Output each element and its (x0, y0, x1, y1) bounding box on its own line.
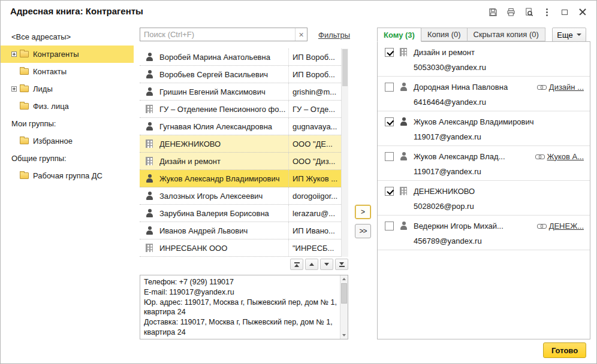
sidebar-item-label: <Все адресаты> (11, 32, 71, 41)
details-line: Юр. адрес: 119017, Москва г, Пыжевский п… (144, 298, 337, 318)
triangle-down-icon (339, 262, 344, 265)
contact-row[interactable]: Иванов Андрей ЛьвовичИП Ивано... (140, 222, 341, 239)
contact-row[interactable]: ИНРЕСБАНК ООО"ИНРЕСБ... (140, 239, 341, 257)
scrollbar-thumb[interactable] (342, 49, 348, 86)
contact-name: Гришин Евгений Максимович (159, 87, 288, 96)
details-scrollbar[interactable] (340, 275, 348, 339)
expand-icon[interactable] (11, 51, 17, 57)
recipient-row[interactable]: Ведеркин Игорь Михай...ДЕНЕЖ...456789@ya… (378, 216, 590, 250)
menu-button[interactable] (541, 7, 552, 17)
contact-info: ИП Вороб... (288, 48, 341, 65)
print-icon (506, 8, 515, 17)
linked-contact-link[interactable]: Дизайн ... (549, 83, 584, 92)
folder-icon (20, 86, 29, 92)
window-controls (487, 7, 588, 17)
recipient-row[interactable]: Жуков Александр Владимирович119017@yande… (378, 111, 590, 146)
filters-link[interactable]: Фильтры (318, 31, 350, 40)
checkbox[interactable] (385, 187, 394, 196)
recipient-tabs: Кому (3)Копия (0)Скрытая копия (0) (377, 28, 545, 42)
recipient-row[interactable]: ДЕНЕЖНИКОВО5028026@pop.ru (378, 181, 590, 216)
sidebar-item[interactable]: Избранное (1, 132, 134, 150)
find-icon (524, 8, 533, 17)
close-button[interactable] (577, 7, 588, 17)
linked-contact-link[interactable]: ДЕНЕЖ... (549, 222, 584, 230)
contact-info: ООО "Диз... (288, 153, 341, 169)
search-input[interactable] (140, 30, 295, 39)
title-bar: Адресная книга: Контрагенты (1, 1, 596, 23)
maximize-button[interactable] (559, 7, 570, 17)
checkbox[interactable] (385, 83, 394, 92)
contact-row[interactable]: Залозных Игорь Алексеевичdorogoiigor... (140, 187, 341, 205)
find-button[interactable] (523, 7, 534, 17)
recipient-row[interactable]: Дизайн и ремонт5053030@yandex.ru (378, 42, 590, 77)
address-book-window: Адресная книга: Контрагенты <Все адресат… (0, 0, 597, 364)
recipient-name: Жуков Александр Владимирович (414, 117, 534, 126)
folder-icon (20, 172, 29, 179)
sidebar-item[interactable]: Лиды (1, 80, 134, 98)
contact-row[interactable]: Гришин Евгений Максимовичgrishin@m... (140, 83, 341, 101)
more-button[interactable]: Еще (552, 28, 586, 42)
checkbox[interactable] (385, 117, 394, 126)
building-icon (399, 48, 408, 56)
sidebar-tree: <Все адресаты>КонтрагентыКонтактыЛидыФиз… (1, 28, 138, 184)
contact-row[interactable]: Жуков Александр ВладимировичИП Жуков ... (140, 170, 341, 187)
contact-list-scrollbar[interactable] (341, 48, 348, 257)
sidebar-item-label: Лиды (33, 84, 53, 93)
sidebar-item[interactable]: Физ. лица (1, 98, 134, 115)
contact-row[interactable]: ДЕНЕЖНИКОВОООО "ДЕ... (140, 135, 341, 153)
done-button[interactable]: Готово (543, 342, 586, 358)
recipient-row-line1: Ведеркин Игорь Михай...ДЕНЕЖ... (385, 220, 584, 231)
print-button[interactable] (505, 7, 516, 17)
checkbox[interactable] (385, 222, 394, 230)
clear-search-button[interactable]: × (295, 28, 307, 41)
add-selected-button[interactable]: > (355, 205, 371, 219)
recipient-email: 5053030@yandex.ru (414, 63, 584, 72)
move-down-button[interactable] (320, 259, 333, 270)
sidebar-item[interactable]: Рабочая группа ДС (1, 167, 134, 184)
expand-icon[interactable] (11, 86, 17, 92)
contact-list: Воробей Марина АнатольевнаИП Вороб...Вор… (140, 48, 341, 257)
recipient-row[interactable]: Жуков Александр Влад...Жуков А...119017@… (378, 146, 590, 181)
sidebar-item[interactable]: Контакты (1, 63, 134, 80)
recipient-row[interactable]: Дородная Нина ПавловнаДизайн ...6416464@… (378, 77, 590, 111)
sidebar-item[interactable]: Общие группы: (1, 150, 134, 167)
contact-person-icon (399, 83, 408, 91)
close-icon (579, 8, 586, 16)
contact-name: Залозных Игорь Алексеевич (159, 192, 288, 201)
scrollbar-thumb[interactable] (341, 283, 347, 304)
recipient-row-line1: Жуков Александр Владимирович (385, 116, 584, 127)
contact-row[interactable]: Воробей Марина АнатольевнаИП Вороб... (140, 48, 341, 66)
person-icon (145, 209, 154, 217)
contact-row[interactable]: ГУ – Отделение Пенсионного фо...ГУ – Отд… (140, 101, 341, 118)
tab-1[interactable]: Копия (0) (421, 28, 468, 41)
tab-2[interactable]: Скрытая копия (0) (467, 28, 545, 41)
add-all-button[interactable]: >> (355, 224, 371, 238)
sidebar-item[interactable]: Контрагенты (1, 46, 134, 63)
sidebar-item[interactable]: <Все адресаты> (1, 28, 134, 46)
contact-row[interactable]: Дизайн и ремонтООО "Диз... (140, 153, 341, 170)
checkbox[interactable] (385, 48, 394, 57)
search-box: × (140, 28, 307, 41)
contact-row[interactable]: Гугнавая Юлия Александровнаgugnavaya... (140, 118, 341, 135)
triangle-up-icon (294, 264, 299, 267)
person-icon (145, 226, 154, 235)
recipient-email: 6416464@yandex.ru (414, 98, 584, 107)
move-bottom-button[interactable] (335, 259, 348, 270)
person-icon (145, 122, 154, 131)
recipient-row-line1: Дородная Нина ПавловнаДизайн ... (385, 81, 584, 92)
save-icon (489, 8, 498, 17)
linked-contact-link[interactable]: Жуков А... (547, 152, 584, 161)
folder-icon (20, 68, 29, 75)
recipient-name: Дородная Нина Павловна (414, 83, 508, 92)
move-up-button[interactable] (305, 259, 318, 270)
move-top-button[interactable] (290, 259, 303, 270)
sidebar-item[interactable]: Мои группы: (1, 115, 134, 132)
save-button[interactable] (487, 7, 498, 17)
tab-0[interactable]: Кому (3) (377, 28, 421, 42)
contact-row[interactable]: Воробьев Сергей ВасильевичИП Вороб... (140, 66, 341, 83)
contact-name: Гугнавая Юлия Александровна (159, 122, 288, 131)
contact-name: ГУ – Отделение Пенсионного фо... (159, 105, 288, 114)
contact-person-icon (399, 152, 408, 160)
contact-row[interactable]: Зарубина Валерия Борисовнаlerazaru@... (140, 205, 341, 222)
checkbox[interactable] (385, 152, 394, 161)
